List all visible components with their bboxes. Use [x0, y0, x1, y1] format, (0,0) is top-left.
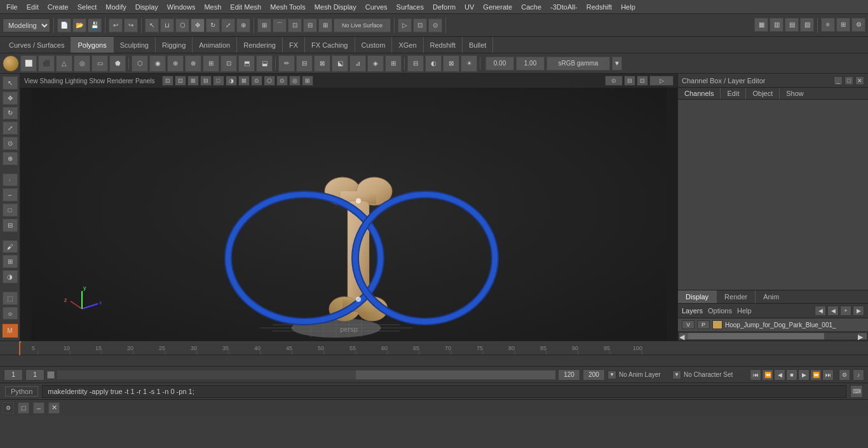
- menu-select[interactable]: Select: [74, 2, 101, 12]
- tab-custom[interactable]: Custom: [355, 37, 393, 53]
- tab-anim[interactable]: Anim: [756, 290, 787, 303]
- timeline-ruler[interactable]: 5 10 15 20 25 30 35 40 45 50 55 60 65 70…: [0, 341, 868, 355]
- soft-select-lt[interactable]: ⊙: [3, 137, 18, 150]
- settings-icon[interactable]: ⚙: [3, 402, 14, 414]
- face-mode-lt[interactable]: □: [3, 203, 18, 217]
- vp-isolate-btn[interactable]: ⊙: [605, 76, 623, 86]
- tab-polygons[interactable]: Polygons: [71, 37, 113, 53]
- cb-close-btn[interactable]: ✕: [855, 76, 864, 85]
- color-space-btn[interactable]: sRGB gamma: [546, 57, 610, 71]
- snap-live-btn[interactable]: ⊞: [318, 18, 332, 32]
- current-frame-input[interactable]: [4, 369, 23, 381]
- vp-motion-btn[interactable]: ⊞: [302, 76, 313, 86]
- tool-settings-btn[interactable]: ⚙: [851, 18, 865, 32]
- menu-3dtall[interactable]: -3DtoAll-: [546, 2, 581, 12]
- special-btn[interactable]: ⬟: [109, 55, 126, 72]
- menu-surfaces[interactable]: Surfaces: [393, 2, 428, 12]
- subdiv-btn[interactable]: ⬡: [132, 55, 148, 72]
- wedge-btn[interactable]: ⊿: [349, 55, 366, 72]
- menu-uv[interactable]: UV: [461, 2, 478, 12]
- scale-tool-lt[interactable]: ⤢: [3, 121, 18, 135]
- cube-btn[interactable]: ⬜: [20, 55, 37, 72]
- cone-btn[interactable]: △: [56, 55, 72, 72]
- frame-end-input[interactable]: [558, 369, 580, 381]
- window-btn1[interactable]: □: [18, 402, 29, 414]
- paint-btn[interactable]: ⬡: [175, 18, 189, 32]
- playback-settings-btn[interactable]: ⚙: [839, 369, 850, 381]
- vp-xray-btn[interactable]: ⊙: [251, 76, 262, 86]
- panel-layout3-btn[interactable]: ▤: [785, 18, 799, 32]
- separate-btn[interactable]: ⊗: [185, 55, 201, 72]
- skip-to-end-btn[interactable]: ⏭: [822, 369, 834, 381]
- menu-windows[interactable]: Windows: [163, 2, 200, 12]
- ch-tab-edit[interactable]: Edit: [721, 88, 746, 99]
- paint-weights-lt[interactable]: 🖌: [3, 240, 18, 254]
- step-fwd-btn[interactable]: ⏩: [810, 369, 822, 381]
- panel-layout-btn[interactable]: ▦: [754, 18, 768, 32]
- plane-btn[interactable]: ▭: [92, 55, 108, 72]
- frame-range-slider[interactable]: [57, 370, 555, 379]
- step-back-btn[interactable]: ⏪: [762, 369, 773, 381]
- menu-deform[interactable]: Deform: [429, 2, 459, 12]
- tab-fx-caching[interactable]: FX Caching: [305, 37, 355, 53]
- cb-min-btn[interactable]: _: [834, 76, 843, 85]
- soft-mod-lt[interactable]: ◑: [3, 270, 18, 283]
- snap-grid-btn[interactable]: ⊞: [257, 18, 271, 32]
- tab-curves-surfaces[interactable]: Curves / Surfaces: [3, 37, 71, 53]
- vp-cam-btn[interactable]: ⊡: [162, 76, 173, 86]
- render-region-btn[interactable]: ⊡: [413, 18, 427, 32]
- layer-v-btn[interactable]: V: [682, 320, 695, 329]
- vp-res-btn[interactable]: □: [213, 76, 224, 86]
- menu-help[interactable]: Help: [617, 2, 639, 12]
- script-editor-btn[interactable]: ⌨: [850, 385, 863, 398]
- scroll-left-btn[interactable]: ◀: [679, 333, 688, 339]
- snap-view-btn[interactable]: ⊟: [303, 18, 317, 32]
- layers-scrollbar[interactable]: ◀ ▶: [678, 332, 868, 341]
- pen-btn[interactable]: ✏: [278, 55, 295, 72]
- panel-layout4-btn[interactable]: ▧: [800, 18, 814, 32]
- total-end-input[interactable]: [583, 369, 605, 381]
- cylinder-btn[interactable]: ⬛: [38, 55, 55, 72]
- vp-texture2-btn[interactable]: ⊙: [276, 76, 288, 86]
- tab-fx[interactable]: FX: [283, 37, 305, 53]
- vp-gate-btn[interactable]: ⊡: [637, 76, 648, 86]
- layer-p-btn[interactable]: P: [697, 320, 710, 329]
- scroll-track[interactable]: [688, 333, 858, 339]
- offset-loop-btn[interactable]: ⊠: [314, 55, 330, 72]
- layer-next-btn[interactable]: ▶: [853, 306, 864, 316]
- connect-btn[interactable]: ⊞: [385, 55, 402, 72]
- char-set-dropdown-btn[interactable]: ▼: [672, 370, 681, 379]
- show-manip-lt[interactable]: ⊕: [3, 152, 18, 165]
- panel-layout2-btn[interactable]: ▥: [770, 18, 783, 32]
- booleans-btn[interactable]: ⊞: [203, 55, 219, 72]
- open-file-btn[interactable]: 📂: [72, 18, 86, 32]
- tab-display[interactable]: Display: [678, 290, 717, 303]
- vp-grid-btn[interactable]: ⊟: [200, 76, 212, 86]
- viewport[interactable]: View Shading Lighting Show Renderer Pane…: [20, 74, 677, 341]
- options-label[interactable]: Options: [708, 307, 732, 315]
- texture-btn[interactable]: ⊠: [443, 55, 459, 72]
- close-btn[interactable]: ✕: [48, 402, 60, 414]
- tab-animation[interactable]: Animation: [193, 37, 237, 53]
- save-file-btn[interactable]: 💾: [88, 18, 102, 32]
- tab-sculpting[interactable]: Sculpting: [114, 37, 156, 53]
- smooth-btn[interactable]: ◉: [149, 55, 166, 72]
- menu-modify[interactable]: Modify: [102, 2, 130, 12]
- play-btn[interactable]: ▶: [798, 369, 810, 381]
- menu-redshift[interactable]: Redshift: [583, 2, 616, 12]
- tab-xgen[interactable]: XGen: [392, 37, 423, 53]
- new-file-btn[interactable]: 📄: [57, 18, 71, 32]
- select-tool-lt[interactable]: ↖: [3, 76, 18, 90]
- vp-render-btn[interactable]: ▷: [649, 76, 674, 86]
- tab-bullet[interactable]: Bullet: [463, 37, 494, 53]
- tab-rendering[interactable]: Rendering: [237, 37, 283, 53]
- uv-mode-lt[interactable]: ⊟: [3, 219, 18, 232]
- torus-btn[interactable]: ◎: [74, 55, 90, 72]
- workspace-selector[interactable]: Modeling: [3, 18, 50, 32]
- tab-redshift[interactable]: Redshift: [424, 37, 463, 53]
- ch-tab-channels[interactable]: Channels: [678, 88, 721, 99]
- universal-btn[interactable]: ⊕: [236, 18, 250, 32]
- mirror-btn[interactable]: ⊡: [220, 55, 237, 72]
- sculpt-lt[interactable]: ⊞: [3, 255, 18, 268]
- scroll-right-btn[interactable]: ▶: [858, 333, 867, 339]
